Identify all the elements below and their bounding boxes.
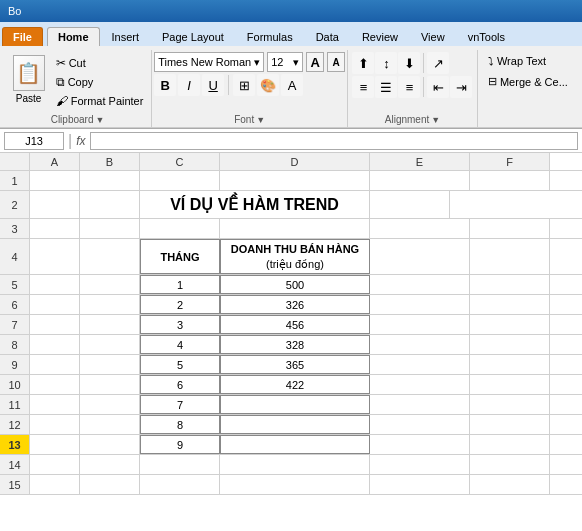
col-header-d[interactable]: D: [220, 153, 370, 170]
cell-b2[interactable]: [80, 191, 140, 218]
cell-b7[interactable]: [80, 315, 140, 334]
cell-a8[interactable]: [30, 335, 80, 354]
cell-a11[interactable]: [30, 395, 80, 414]
cell-d9[interactable]: 365: [220, 355, 370, 374]
cell-d14[interactable]: [220, 455, 370, 474]
font-expand-icon[interactable]: ▼: [256, 115, 265, 125]
cell-f9[interactable]: [470, 355, 550, 374]
indent-increase-button[interactable]: ⇥: [450, 76, 472, 98]
cell-b15[interactable]: [80, 475, 140, 494]
cell-f6[interactable]: [470, 295, 550, 314]
align-middle-button[interactable]: ↕: [375, 52, 397, 74]
underline-button[interactable]: U: [202, 74, 224, 96]
align-top-button[interactable]: ⬆: [352, 52, 374, 74]
tab-vntools[interactable]: vnTools: [457, 27, 516, 46]
cell-c10[interactable]: 6: [140, 375, 220, 394]
col-header-c[interactable]: C: [140, 153, 220, 170]
font-size-input[interactable]: 12 ▾: [267, 52, 303, 72]
text-angle-button[interactable]: ↗: [427, 52, 449, 74]
font-name-dropdown[interactable]: Times New Roman ▾: [154, 52, 264, 72]
copy-button[interactable]: ⧉ Copy: [52, 73, 148, 91]
cell-e12[interactable]: [370, 415, 470, 434]
cell-c15[interactable]: [140, 475, 220, 494]
cell-c12[interactable]: 8: [140, 415, 220, 434]
italic-button[interactable]: I: [178, 74, 200, 96]
align-right-button[interactable]: ≡: [398, 76, 420, 98]
cell-b6[interactable]: [80, 295, 140, 314]
cell-d7[interactable]: 456: [220, 315, 370, 334]
cell-f4[interactable]: [470, 239, 550, 274]
cell-d13[interactable]: [220, 435, 370, 454]
indent-decrease-button[interactable]: ⇤: [427, 76, 449, 98]
cell-c2[interactable]: VÍ DỤ VỀ HÀM TREND: [140, 191, 370, 218]
cell-e8[interactable]: [370, 335, 470, 354]
cell-b10[interactable]: [80, 375, 140, 394]
cell-d11[interactable]: [220, 395, 370, 414]
decrease-font-button[interactable]: A: [327, 52, 345, 72]
cell-e3[interactable]: [370, 219, 470, 238]
cell-c11[interactable]: 7: [140, 395, 220, 414]
border-button[interactable]: ⊞: [233, 74, 255, 96]
cell-a2[interactable]: [30, 191, 80, 218]
col-header-a[interactable]: A: [30, 153, 80, 170]
cell-a5[interactable]: [30, 275, 80, 294]
cell-a13[interactable]: [30, 435, 80, 454]
cell-c6[interactable]: 2: [140, 295, 220, 314]
cell-f15[interactable]: [470, 475, 550, 494]
cell-f3[interactable]: [470, 219, 550, 238]
cell-e14[interactable]: [370, 455, 470, 474]
cell-a10[interactable]: [30, 375, 80, 394]
cell-e10[interactable]: [370, 375, 470, 394]
tab-page-layout[interactable]: Page Layout: [151, 27, 235, 46]
cell-a15[interactable]: [30, 475, 80, 494]
cell-c1[interactable]: [140, 171, 220, 190]
cell-f13[interactable]: [470, 435, 550, 454]
cell-a7[interactable]: [30, 315, 80, 334]
cell-e5[interactable]: [370, 275, 470, 294]
cell-c14[interactable]: [140, 455, 220, 474]
cell-reference-input[interactable]: [4, 132, 64, 150]
merge-cells-button[interactable]: ⊟ Merge & Ce...: [483, 72, 573, 91]
cell-d6[interactable]: 326: [220, 295, 370, 314]
cell-b9[interactable]: [80, 355, 140, 374]
cell-e4[interactable]: [370, 239, 470, 274]
cell-c7[interactable]: 3: [140, 315, 220, 334]
cell-e11[interactable]: [370, 395, 470, 414]
cell-a12[interactable]: [30, 415, 80, 434]
cut-button[interactable]: ✂ Cut: [52, 54, 148, 72]
cell-b11[interactable]: [80, 395, 140, 414]
cell-e1[interactable]: [370, 171, 470, 190]
font-color-button[interactable]: A: [281, 74, 303, 96]
col-header-e[interactable]: E: [370, 153, 470, 170]
cell-a9[interactable]: [30, 355, 80, 374]
cell-f1[interactable]: [470, 171, 550, 190]
cell-e6[interactable]: [370, 295, 470, 314]
tab-data[interactable]: Data: [305, 27, 350, 46]
cell-a14[interactable]: [30, 455, 80, 474]
tab-file[interactable]: File: [2, 27, 43, 46]
cell-d1[interactable]: [220, 171, 370, 190]
cell-f12[interactable]: [470, 415, 550, 434]
cell-f5[interactable]: [470, 275, 550, 294]
cell-f2[interactable]: [370, 191, 450, 218]
cell-d10[interactable]: 422: [220, 375, 370, 394]
cell-d8[interactable]: 328: [220, 335, 370, 354]
cell-d3[interactable]: [220, 219, 370, 238]
col-header-b[interactable]: B: [80, 153, 140, 170]
cell-c5[interactable]: 1: [140, 275, 220, 294]
cell-c3[interactable]: [140, 219, 220, 238]
alignment-expand-icon[interactable]: ▼: [431, 115, 440, 125]
cell-a3[interactable]: [30, 219, 80, 238]
format-painter-button[interactable]: 🖌 Format Painter: [52, 92, 148, 110]
cell-b14[interactable]: [80, 455, 140, 474]
align-center-button[interactable]: ☰: [375, 76, 397, 98]
cell-b12[interactable]: [80, 415, 140, 434]
cell-e9[interactable]: [370, 355, 470, 374]
cell-b8[interactable]: [80, 335, 140, 354]
tab-home[interactable]: Home: [47, 27, 100, 46]
cell-d15[interactable]: [220, 475, 370, 494]
cell-b5[interactable]: [80, 275, 140, 294]
tab-insert[interactable]: Insert: [101, 27, 151, 46]
cell-e7[interactable]: [370, 315, 470, 334]
increase-font-button[interactable]: A: [306, 52, 324, 72]
